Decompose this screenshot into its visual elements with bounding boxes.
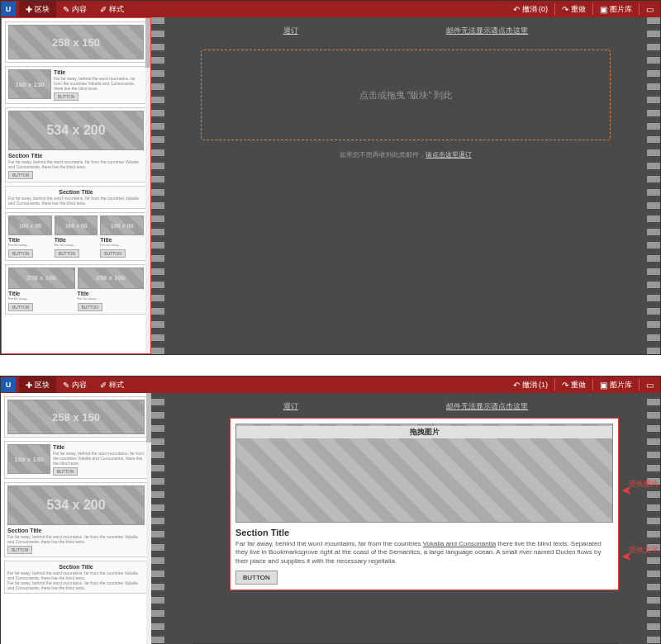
device-icon: ▭ <box>646 5 654 14</box>
lorem-text: Far far away, behind the word mountains,… <box>7 580 145 590</box>
blocks-sidebar: 258 x 150 168 x 130 Title Far far away, … <box>1 393 151 644</box>
block-section-title[interactable]: Section Title <box>235 528 613 537</box>
lorem-text: Far far away... <box>78 297 145 301</box>
tab-blocks[interactable]: ✚区块 <box>19 1 56 17</box>
section-title: Section Title <box>7 564 145 570</box>
text-underline: Vokalia and Consonantia <box>423 540 497 547</box>
image-icon: ▣ <box>600 381 607 390</box>
canvas-edge-right <box>647 17 660 354</box>
scrollbar[interactable] <box>145 18 150 353</box>
tab-style[interactable]: ✐样式 <box>93 1 131 17</box>
text-part: Far far away, behind the word mountains,… <box>235 540 423 547</box>
block-template[interactable]: 258 x 150 <box>5 21 147 63</box>
lorem-text: Far far away... <box>8 244 52 248</box>
selected-block[interactable]: 拖拽图片 Section Title Far far away, behind … <box>230 418 619 590</box>
redo-button[interactable]: ↷重做 <box>555 1 592 17</box>
redo-label: 重做 <box>571 380 586 391</box>
preview-button[interactable]: ▭ <box>640 1 660 17</box>
image-library-button[interactable]: ▣图片库 <box>593 1 639 17</box>
canvas-edge-right <box>647 393 660 644</box>
screenshot-1: U ✚区块 ✎内容 ✐样式 ↶撤消 (0) ↷重做 ▣图片库 ▭ 258 x 1… <box>0 0 661 355</box>
placeholder-image: 166 x 90 <box>8 215 52 235</box>
col-title: Title <box>55 237 98 243</box>
tab-blocks-label: 区块 <box>35 4 50 15</box>
canvas-edge-left <box>151 17 164 354</box>
redo-icon: ↷ <box>562 381 568 390</box>
block-template[interactable]: Section Title Far far away, behind the w… <box>4 561 148 594</box>
scrollbar-thumb[interactable] <box>145 18 150 68</box>
toolbar: U ✚区块 ✎内容 ✐样式 ↶撤消 (0) ↷重做 ▣图片库 ▭ <box>1 1 660 17</box>
tab-style[interactable]: ✐样式 <box>93 376 131 393</box>
view-online-link[interactable]: 邮件无法显示请点击这里 <box>446 26 528 36</box>
block-template[interactable]: 534 x 200 Section Title Far far away, be… <box>5 107 147 182</box>
footer-unsub-link[interactable]: 请点击这里退订 <box>426 151 472 159</box>
block-template[interactable]: 258 x 100 258 x 100 TitleFar far away...… <box>5 264 147 315</box>
tab-blocks-label: 区块 <box>35 380 50 391</box>
email-header-nav: 退订 邮件无法显示请点击这里 <box>176 17 635 45</box>
blocks-icon: ✚ <box>26 381 32 390</box>
tab-content[interactable]: ✎内容 <box>56 1 93 17</box>
block-button: BUTTON <box>8 171 33 179</box>
lorem-text: Far far away... <box>8 297 75 301</box>
redo-label: 重做 <box>571 4 586 15</box>
tab-content[interactable]: ✎内容 <box>56 376 93 393</box>
redo-icon: ↷ <box>562 5 568 14</box>
lorem-text: Far far away... <box>55 244 98 248</box>
imglib-label: 图片库 <box>610 380 632 391</box>
block-template[interactable]: 534 x 200 Section Title Far far away, be… <box>4 482 148 557</box>
tab-content-label: 内容 <box>72 4 87 15</box>
dropzone[interactable]: 点击或拖曳 "版块" 到此 <box>201 50 611 140</box>
block-body-text[interactable]: Far far away, behind the word mountains,… <box>235 540 613 566</box>
placeholder-image: 534 x 200 <box>7 485 145 525</box>
tab-style-label: 样式 <box>109 380 124 391</box>
redo-button[interactable]: ↷重做 <box>555 376 592 393</box>
block-button: BUTTON <box>55 249 79 258</box>
email-header-nav: 退订 邮件无法显示请点击这里 <box>176 393 635 420</box>
placeholder-image: 166 x 90 <box>55 215 98 235</box>
lorem-text: Far far away, behind the word mountains,… <box>7 571 145 580</box>
preview-button[interactable]: ▭ <box>640 376 660 393</box>
lorem-text: Far far away, behind the word mountains,… <box>8 196 144 206</box>
block-button: BUTTON <box>78 303 102 311</box>
image-library-button[interactable]: ▣图片库 <box>593 376 639 393</box>
app-logo[interactable]: U <box>1 377 16 392</box>
editor-canvas[interactable]: 退订 邮件无法显示请点击这里 点击或拖曳 "版块" 到此 如果您不想再收到此类邮… <box>151 17 660 354</box>
block-cta-button[interactable]: BUTTON <box>235 571 278 585</box>
unsubscribe-link[interactable]: 退订 <box>283 401 298 412</box>
lorem-text: Far far away, behind the word mountains,… <box>53 451 145 466</box>
undo-button[interactable]: ↶撤消 (0) <box>506 1 555 17</box>
view-online-link[interactable]: 邮件无法显示请点击这里 <box>446 401 528 412</box>
placeholder-image: 258 x 150 <box>7 400 145 434</box>
undo-icon: ↶ <box>513 381 520 390</box>
pencil-icon: ✎ <box>63 381 69 390</box>
canvas-edge-left <box>151 393 164 644</box>
image-drop-label: 拖拽图片 <box>236 426 612 438</box>
editor-canvas[interactable]: 退订 邮件无法显示请点击这里 拖拽图片 Section Title Far fa… <box>151 393 660 644</box>
tab-blocks[interactable]: ✚区块 <box>19 376 56 393</box>
block-button: BUTTON <box>8 249 33 258</box>
col-title: Title <box>100 237 144 243</box>
block-template[interactable]: 168 x 130 Title Far far away, behind the… <box>4 441 148 479</box>
undo-button[interactable]: ↶撤消 (1) <box>506 376 555 393</box>
block-template[interactable]: 258 x 150 <box>4 396 148 438</box>
placeholder-image: 534 x 200 <box>8 111 144 150</box>
annotation-replace-text: 替换文字 <box>629 545 659 556</box>
app-logo[interactable]: U <box>1 2 16 17</box>
placeholder-image: 258 x 100 <box>78 268 145 289</box>
block-title: Title <box>54 69 144 75</box>
lorem-text: Far far away... <box>100 244 144 248</box>
block-template[interactable]: 168 x 130 Title Far far away, behind the… <box>5 66 147 104</box>
footer-text: 如果您不想再收到此类邮件， <box>340 151 426 159</box>
block-button: BUTTON <box>7 546 32 554</box>
block-template[interactable]: Section Title Far far away, behind the w… <box>5 186 147 209</box>
lorem-text: Far far away, behind the word mountains,… <box>8 159 144 169</box>
block-image-area[interactable]: 拖拽图片 <box>235 424 613 523</box>
undo-label: 撤消 (1) <box>522 380 549 391</box>
block-template[interactable]: 166 x 90 166 x 90 166 x 90 TitleFar far … <box>5 212 147 261</box>
placeholder-image: 258 x 150 <box>8 25 144 59</box>
placeholder-image: 166 x 90 <box>100 215 144 235</box>
unsubscribe-link[interactable]: 退订 <box>283 26 298 36</box>
block-button: BUTTON <box>8 303 33 311</box>
tab-content-label: 内容 <box>72 380 87 391</box>
placeholder-image: 168 x 130 <box>7 444 50 474</box>
